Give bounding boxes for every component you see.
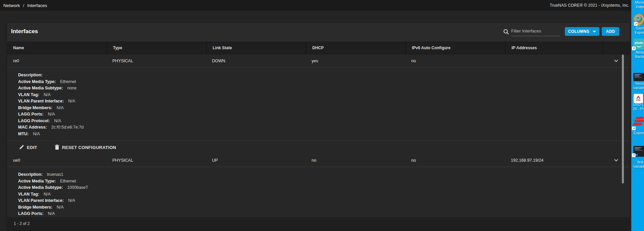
columns-button[interactable]: COLUMNS [565,27,599,36]
detail-label: Description: [18,73,43,77]
cell-ipv6: no [405,59,505,63]
detail-value: N/A [54,119,61,123]
cell-dhcp: yes [306,59,405,63]
page-title: Interfaces [11,28,38,35]
detail-label: LAGG Ports: [18,112,44,117]
garmin-express-icon[interactable]: ↗ [633,14,644,25]
detail-label: MAC Address: [18,125,47,130]
cell-dhcp: no [306,158,405,163]
cell-type: PHYSICAL [106,158,206,163]
cell-name: re0 [7,59,106,63]
pdf-label-text: PDF [636,99,641,101]
desktop-icon-label-microsoft-edge[interactable]: Micros [631,0,644,4]
detail-value: N/A [68,99,75,103]
detail-label: Description: [18,172,43,177]
reset-configuration-button[interactable]: RESET CONFIGURATION [53,144,118,150]
detail-label: LAGG Protocol: [18,119,50,123]
trash-icon [55,145,59,150]
row-actions-re0: EDIT RESET CONFIGURATION [7,141,630,154]
breadcrumb-separator: / [23,3,24,8]
desktop-icon-label-second-variable[interactable]: Secon [631,81,644,85]
filter-interfaces-input[interactable] [511,27,560,36]
desktop-icon-label-amazon[interactable]: Amaz [631,50,644,54]
chevron-down-icon [593,31,596,32]
breadcrumb-network[interactable]: Network [3,3,20,8]
edit-button[interactable]: EDIT [17,144,39,150]
detail-label: VLAN Parent Interface: [18,99,64,103]
row-expand-toggle[interactable] [602,60,630,62]
desktop-icon-label-uxd-lesson[interactable]: 16 - Pres [631,107,644,111]
column-header-type[interactable]: Type [106,42,206,54]
detail-value: N/A [48,211,55,216]
cell-name: ue0 [7,158,106,163]
cell-ip-addresses: 192.168.97.19/24 [505,158,602,163]
shortcut-arrow-icon: ↗ [632,127,636,130]
detail-label: LAGG Ports: [18,211,44,216]
detail-value: Ethernet [60,179,76,183]
detail-value: N/A [68,198,75,203]
breadcrumb-interfaces[interactable]: Interfaces [27,3,47,8]
top-navigation-bar: Network / Interfaces TrueNAS CORE® © 202… [0,0,631,11]
amazon-smile-icon [636,45,642,47]
detail-label: Active Media Type: [18,79,56,84]
detail-value: N/A [57,205,64,210]
paginator-range-text: 1 - 2 of 2 [14,221,30,226]
column-header-ip-addresses[interactable]: IP Addresses [505,42,602,54]
windows-desktop-strip: Micros Edge ↗ Garm Expres photo ↗ Amaz B… [631,0,644,231]
table-row-re0[interactable]: re0 PHYSICAL DOWN yes no [7,54,630,68]
column-header-name[interactable]: Name [7,42,106,54]
reset-configuration-label: RESET CONFIGURATION [62,145,116,150]
second-variable-file-icon[interactable] [633,73,644,81]
breadcrumb: Network / Interfaces [3,3,47,8]
detail-label: Bridge Members: [18,105,52,110]
detail-value: truenas1 [47,172,63,177]
column-header-ipv6[interactable]: IPv6 Auto Configure [405,42,505,54]
detail-label: VLAN Parent Interface: [18,198,64,203]
desktop-icon-label-uxd-lesson[interactable]: UXD Les [631,102,644,106]
screenshot-root: Network / Interfaces TrueNAS CORE® © 202… [0,0,644,231]
detail-value: none [67,86,76,90]
desktop-icon-label-first-variable[interactable]: variable. [631,164,644,168]
vertical-scrollbar-thumb[interactable] [622,55,624,183]
desktop-icon-label-amazon[interactable]: Backu [631,55,644,59]
desktop-icon-label-garmin[interactable]: Expres [631,30,644,34]
table-row-ue0[interactable]: ue0 PHYSICAL UP no no 192.168.97.19/24 [7,154,630,167]
desktop-icon-label-microsoft-edge[interactable]: Edge [631,5,644,9]
edit-button-label: EDIT [27,145,37,150]
detail-value: N/A [57,105,64,110]
detail-value: N/A [44,92,51,97]
row-expand-toggle[interactable] [602,159,630,162]
cell-type: PHYSICAL [106,59,206,63]
truenas-browser-window: Network / Interfaces TrueNAS CORE® © 202… [0,0,631,231]
desktop-icon-label-garmin[interactable]: Garm [631,26,644,30]
express-app-icon[interactable] [633,116,644,126]
table-header-row: Name Type Link State DHCP IPv6 Auto Conf… [7,42,630,54]
pencil-icon [19,145,24,150]
cell-ipv6: no [405,158,505,163]
brand-copyright-text: TrueNAS CORE® © 2021 - iXsystems, Inc. [550,3,629,8]
row-details-re0: Description: Active Media Type:Ethernet … [7,68,630,141]
desktop-icon-label-first-variable[interactable]: first [631,160,644,164]
cell-link-state: DOWN [206,59,306,63]
photo-icon-text: photo [635,41,643,45]
desktop-icon-label-express[interactable]: Express [631,131,644,135]
detail-label: MTU: [18,132,29,136]
shortcut-arrow-icon: ↗ [632,153,636,157]
columns-button-label: COLUMNS [568,29,589,34]
detail-label: Active Media Subtype: [18,86,63,90]
paginator-bar: 1 - 2 of 2 [7,217,630,230]
add-button-label: ADD [606,29,615,34]
row-details-ue0: Description:truenas1 Active Media Type:E… [7,167,630,217]
cell-link-state: UP [206,158,306,163]
add-button[interactable]: ADD [602,27,619,36]
column-header-expand [602,42,630,54]
table-body: re0 PHYSICAL DOWN yes no Description: [7,54,630,217]
shortcut-arrow-icon: ↗ [634,22,638,26]
desktop-icon-label-second-variable[interactable]: variable. [631,86,644,90]
pdf-file-icon[interactable]: PDF [633,93,643,103]
column-header-dhcp[interactable]: DHCP [306,42,405,54]
detail-value: N/A [48,112,55,117]
detail-label: Active Media Subtype: [18,185,63,190]
chevron-down-icon [614,60,618,62]
column-header-link-state[interactable]: Link State [206,42,306,54]
